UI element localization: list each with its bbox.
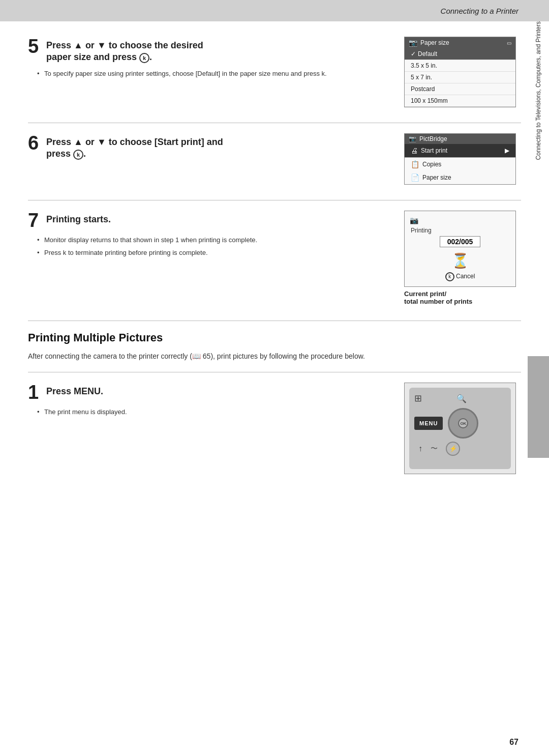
wave-icon: 〜 (431, 444, 438, 453)
step7-heading: 7 Printing starts. (28, 211, 389, 230)
copies-icon: 📋 (411, 160, 419, 168)
divider-section-step1 (28, 372, 521, 372)
book-icon: 📖 (192, 352, 201, 360)
step1-left: 1 Press MENU. The print menu is displaye… (28, 383, 389, 420)
nav-ring[interactable]: OK (448, 408, 478, 439)
cancel-label: Cancel (456, 273, 475, 280)
step6-pb-header-label: PictBridge (419, 135, 447, 142)
step6-pb-header: 📷 PictBridge (405, 134, 515, 144)
ok-icon-step7: k (63, 249, 67, 256)
step7-right: 📷 Printing 002/005 ⏳ k Cancel Current pr… (404, 211, 521, 305)
step7-section: 7 Printing starts. Monitor display retur… (28, 211, 521, 305)
step5-title: Press ▲ or ▼ to choose the desiredpaper … (46, 37, 203, 64)
step1-heading: 1 Press MENU. (28, 383, 389, 402)
camera-icon-step6: 📷 (409, 135, 416, 142)
step6-right: 📷 PictBridge 🖨 Start print ▶ 📋 Copies (404, 133, 521, 185)
section-heading: Printing Multiple Pictures (28, 331, 521, 344)
printing-label: Printing (410, 227, 510, 234)
caption-line1: Current print/ (404, 290, 446, 298)
papersize-icon: 📄 (411, 173, 419, 182)
ok-button[interactable]: OK (458, 418, 468, 428)
flash-button[interactable]: ⚡ (446, 442, 460, 456)
menu-button[interactable]: MENU (414, 417, 443, 430)
step1-bullet1: The print menu is displayed. (37, 407, 389, 417)
step5-item-5x7: 5 x 7 in. (405, 72, 515, 83)
step6-number: 6 (28, 133, 42, 153)
step5-ui-header-label: Paper size (420, 39, 449, 46)
step1-bullets: The print menu is displayed. (37, 407, 389, 417)
grid-icon: ⊞ (414, 393, 422, 404)
step5-right: 📷 Paper size ▭ ✓ Default 3.5 x 5 in. 5 x… (404, 37, 521, 107)
step5-bullet1: To specify paper size using printer sett… (37, 69, 389, 79)
step5-section: 5 Press ▲ or ▼ to choose the desiredpape… (28, 37, 521, 107)
current-print-caption: Current print/ total number of prints (404, 290, 521, 305)
hourglass-icon: ⏳ (410, 252, 510, 269)
step6-title: Press ▲ or ▼ to choose [Start print] and… (46, 133, 223, 160)
step6-heading: 6 Press ▲ or ▼ to choose [Start print] a… (28, 133, 389, 160)
section-intro: After connecting the camera to the print… (28, 351, 521, 362)
step5-item-postcard: Postcard (405, 83, 515, 95)
caption-line2: total number of prints (404, 298, 472, 305)
step1-title: Press MENU. (46, 383, 103, 397)
printing-cancel: k Cancel (410, 272, 510, 281)
page-number: 67 (509, 738, 518, 747)
step1-number: 1 (28, 383, 42, 402)
step6-left: 6 Press ▲ or ▼ to choose [Start print] a… (28, 133, 389, 165)
minimize-icon-step5: ▭ (507, 40, 511, 46)
ok-cancel-icon: k (445, 272, 454, 281)
printing-camera-icon: 📷 (410, 216, 418, 224)
step5-heading: 5 Press ▲ or ▼ to choose the desiredpape… (28, 37, 389, 64)
step5-ui-header: 📷 Paper size ▭ (405, 37, 515, 48)
ok-icon-step5-bullet: k (322, 70, 325, 77)
step7-left: 7 Printing starts. Monitor display retur… (28, 211, 389, 260)
camera-ui-image: ⊞ 🔍 MENU OK (404, 383, 516, 474)
step6-item-startprint: 🖨 Start print ▶ (405, 144, 515, 157)
menu-label: MENU (74, 386, 101, 396)
step6-section: 6 Press ▲ or ▼ to choose [Start print] a… (28, 133, 521, 185)
step1-section: 1 Press MENU. The print menu is displaye… (28, 383, 521, 474)
header-title: Connecting to a Printer (441, 7, 518, 15)
camera-middle-row: MENU OK (414, 408, 506, 439)
step5-item-35x5: 3.5 x 5 in. (405, 60, 515, 72)
divider-step7-section (28, 321, 521, 321)
divider-step6-7 (28, 200, 521, 200)
step5-number: 5 (28, 37, 42, 56)
page: Connecting to a Printer Connecting to Te… (0, 0, 549, 756)
step5-item-100x150: 100 x 150mm (405, 95, 515, 107)
step7-printing-box: 📷 Printing 002/005 ⏳ k Cancel (404, 211, 516, 287)
step5-left: 5 Press ▲ or ▼ to choose the desiredpape… (28, 37, 389, 81)
divider-step5-6 (28, 123, 521, 123)
camera-bottom-row: ↑ 〜 ⚡ (414, 442, 506, 456)
step7-bullet2: Press k to terminate printing before pri… (37, 248, 389, 258)
camera-body: ⊞ 🔍 MENU OK (409, 388, 511, 469)
camera-icon-step5: 📷 (409, 39, 417, 47)
camera-top-icons: ⊞ 🔍 (414, 393, 506, 404)
step5-item-default: ✓ Default (405, 48, 515, 60)
startprint-arrow: ▶ (505, 147, 509, 154)
search-icon: 🔍 (456, 394, 467, 403)
header-bar: Connecting to a Printer (0, 0, 549, 21)
arrow-up-icon: ↑ (418, 444, 422, 453)
step7-title: Printing starts. (46, 211, 111, 225)
step6-item-copies: 📋 Copies (405, 158, 515, 171)
step7-number: 7 (28, 211, 42, 230)
printing-multiple-section: Printing Multiple Pictures After connect… (28, 331, 521, 474)
ok-icon-step5: k (139, 53, 149, 63)
step6-pictbridge-box: 📷 PictBridge 🖨 Start print ▶ 📋 Copies (404, 133, 516, 185)
printing-counter: 002/005 (440, 236, 481, 247)
step5-ui-box: 📷 Paper size ▭ ✓ Default 3.5 x 5 in. 5 x… (404, 37, 516, 107)
step1-right: ⊞ 🔍 MENU OK (404, 383, 521, 474)
step6-item-papersize: 📄 Paper size (405, 171, 515, 184)
step7-bullets: Monitor display returns to that shown in… (37, 235, 389, 257)
main-content: 5 Press ▲ or ▼ to choose the desiredpape… (0, 21, 549, 505)
startprint-icon: 🖨 (411, 147, 418, 155)
ok-icon-step6: k (73, 150, 83, 160)
step5-bullets: To specify paper size using printer sett… (37, 69, 389, 79)
step7-bullet1: Monitor display returns to that shown in… (37, 235, 389, 245)
